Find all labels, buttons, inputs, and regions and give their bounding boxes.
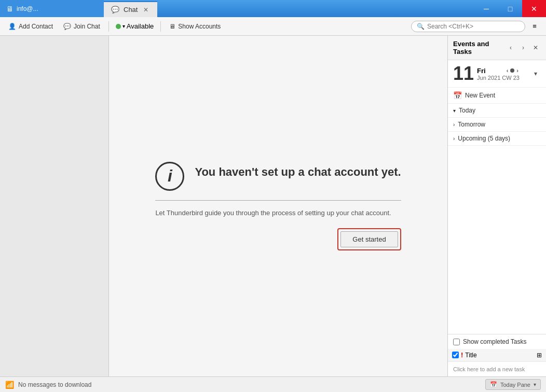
today-pane-label: Today Pane: [500, 382, 530, 388]
today-pane-icon: 📅: [490, 381, 497, 388]
toolbar-separator-1: [108, 21, 109, 32]
search-icon: 🔍: [417, 23, 425, 30]
panel-nav-prev[interactable]: ‹: [506, 43, 516, 53]
cal-nav-prev[interactable]: ‹: [506, 66, 510, 75]
get-started-button[interactable]: Get started: [340, 231, 398, 247]
main-layout: i You haven't set up a chat account yet.…: [0, 36, 546, 376]
tasks-sort-icon[interactable]: ⊞: [537, 352, 542, 359]
today-dot[interactable]: [510, 68, 514, 73]
close-button[interactable]: ✕: [522, 0, 546, 17]
maximize-button[interactable]: □: [498, 0, 522, 17]
window-controls: ─ □ ✕: [474, 0, 546, 17]
account-icon: 🖥: [6, 5, 13, 13]
month-cw: Jun 2021 CW 23: [477, 75, 520, 81]
new-event-icon: 📅: [453, 91, 462, 100]
search-input[interactable]: [427, 23, 520, 30]
add-task-row[interactable]: Click here to add a new task: [448, 361, 546, 376]
event-group-tomorrow: › Tomorrow: [448, 118, 546, 132]
wifi-icon: 📶: [5, 381, 14, 389]
menu-button[interactable]: ≡: [527, 19, 542, 34]
chat-description: Let Thunderbird guide you through the pr…: [155, 208, 391, 218]
right-panel: Events and Tasks ‹ › ✕ 11 Fri ‹ › Jun 20…: [447, 36, 546, 376]
add-task-label: Click here to add a new task: [453, 366, 525, 372]
chat-area: i You haven't set up a chat account yet.…: [109, 36, 447, 376]
calendar-day-number: 11: [453, 64, 474, 83]
tasks-header-checkbox[interactable]: [452, 352, 459, 358]
panel-nav-next[interactable]: ›: [518, 43, 528, 53]
calendar-date-row: 11 Fri ‹ › Jun 2021 CW 23 ▾: [448, 60, 546, 88]
tasks-header-row: ! Title ⊞: [448, 349, 546, 361]
account-tab[interactable]: 🖥 info@...: [0, 0, 104, 17]
status-label: Available: [127, 22, 154, 30]
minimize-button[interactable]: ─: [474, 0, 498, 17]
chevron-right-icon-2: ›: [453, 136, 455, 142]
join-chat-icon: 💬: [63, 23, 71, 30]
new-event-label: New Event: [465, 92, 495, 99]
chat-divider: [155, 200, 401, 201]
day-info: Fri ‹ › Jun 2021 CW 23: [477, 66, 520, 81]
cal-nav: ‹ ›: [506, 66, 520, 75]
event-group-today: ▾ Today: [448, 104, 546, 118]
chat-main-title: You haven't set up a chat account yet.: [195, 162, 401, 180]
chevron-right-icon: ›: [453, 122, 455, 128]
event-group-label-today: Today: [459, 107, 475, 114]
panel-expand-btn[interactable]: ▾: [530, 68, 541, 79]
status-dropdown[interactable]: ▾ Available: [113, 21, 157, 32]
show-completed-checkbox[interactable]: [453, 339, 460, 345]
add-contact-label: Add Contact: [19, 23, 53, 30]
panel-header: Events and Tasks ‹ › ✕: [448, 36, 546, 60]
account-label: info@...: [17, 5, 38, 12]
info-icon: i: [155, 162, 184, 191]
toolbar: 👤 Add Contact 💬 Join Chat ▾ Available 🖥 …: [0, 17, 546, 36]
add-contact-icon: 👤: [8, 23, 16, 30]
join-chat-button[interactable]: 💬 Join Chat: [59, 21, 104, 32]
chat-tab[interactable]: 💬 Chat ✕: [104, 1, 157, 17]
tasks-section: Show completed Tasks ! Title ⊞ Click her…: [448, 334, 546, 376]
event-group-upcoming: › Upcoming (5 days): [448, 132, 546, 146]
search-box[interactable]: 🔍: [411, 21, 525, 32]
chat-content: i You haven't set up a chat account yet.…: [145, 151, 411, 261]
today-pane-chevron: ▾: [534, 382, 536, 387]
event-group-label-upcoming: Upcoming (5 days): [458, 135, 510, 142]
event-group-label-tomorrow: Tomorrow: [458, 121, 485, 128]
show-completed-label: Show completed Tasks: [463, 338, 527, 345]
tasks-col-title: Title: [465, 352, 535, 359]
status-arrow: ▾: [122, 23, 125, 29]
show-completed-row: Show completed Tasks: [448, 334, 546, 349]
day-name-row: Fri ‹ ›: [477, 66, 520, 75]
event-group-header-upcoming[interactable]: › Upcoming (5 days): [448, 132, 546, 145]
hamburger-icon: ≡: [533, 22, 537, 30]
show-accounts-button[interactable]: 🖥 Show Accounts: [165, 21, 225, 32]
show-accounts-icon: 🖥: [169, 23, 175, 30]
info-icon-label: i: [168, 166, 172, 186]
get-started-wrapper: Get started: [337, 228, 401, 250]
add-contact-button[interactable]: 👤 Add Contact: [4, 21, 57, 32]
title-bar: 🖥 info@... 💬 Chat ✕ ─ □ ✕: [0, 0, 546, 17]
priority-icon: !: [461, 351, 463, 359]
show-accounts-label: Show Accounts: [178, 23, 221, 30]
sidebar: [0, 36, 109, 376]
events-list: ▾ Today › Tomorrow › Upcoming (5 days): [448, 104, 546, 334]
chevron-down-icon: ▾: [453, 108, 456, 114]
chat-tab-close[interactable]: ✕: [142, 6, 150, 14]
status-message: No messages to download: [18, 381, 91, 388]
toolbar-separator-2: [160, 21, 161, 32]
panel-title: Events and Tasks: [453, 40, 503, 55]
status-bar: 📶 No messages to download 📅 Today Pane ▾: [0, 376, 546, 392]
today-pane-button[interactable]: 📅 Today Pane ▾: [485, 379, 541, 390]
new-event-button[interactable]: 📅 New Event: [448, 88, 546, 104]
join-chat-label: Join Chat: [74, 23, 100, 30]
cal-nav-next[interactable]: ›: [515, 66, 520, 75]
event-group-header-today[interactable]: ▾ Today: [448, 104, 546, 117]
chat-icon-row: i You haven't set up a chat account yet.: [155, 162, 401, 191]
day-name: Fri: [477, 67, 486, 75]
status-indicator: [116, 24, 121, 29]
event-group-header-tomorrow[interactable]: › Tomorrow: [448, 118, 546, 131]
chat-tab-icon: 💬: [111, 6, 119, 13]
chat-tab-label: Chat: [124, 6, 138, 13]
panel-close-button[interactable]: ✕: [530, 43, 541, 53]
